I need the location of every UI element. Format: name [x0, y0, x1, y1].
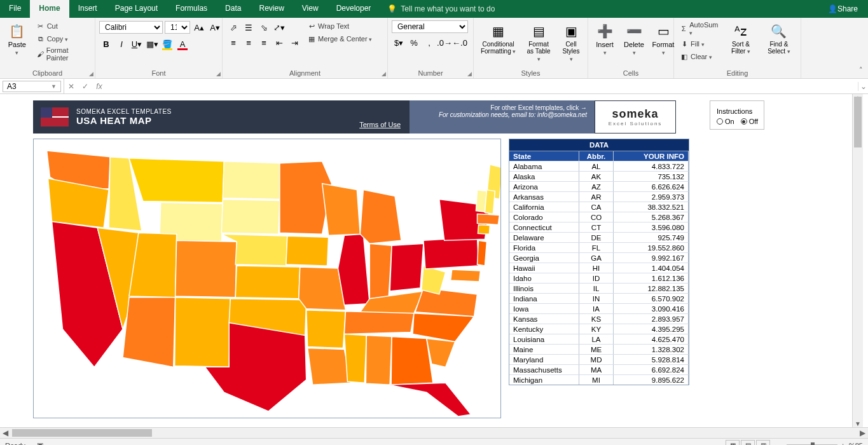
tell-me-search[interactable]: 💡 Tell me what you want to do	[380, 0, 502, 18]
cell-state[interactable]: Massachusetts	[509, 365, 579, 374]
cell-abbr[interactable]: LA	[579, 334, 614, 344]
clear-button[interactable]: ◧Clear	[678, 51, 720, 62]
tab-review[interactable]: Review	[250, 0, 293, 18]
cell-state[interactable]: Delaware	[509, 233, 579, 242]
table-row[interactable]: KansasKS2.893.957	[509, 313, 689, 324]
cell-abbr[interactable]: MA	[579, 365, 614, 374]
decrease-font-icon[interactable]: A▾	[208, 20, 222, 34]
table-row[interactable]: MichiganMI9.895.622	[509, 374, 689, 385]
cell-info[interactable]: 2.893.957	[614, 314, 689, 324]
cell-state[interactable]: Alaska	[509, 172, 579, 181]
cell-abbr[interactable]: IN	[579, 294, 614, 303]
align-top-icon[interactable]: ⬀	[226, 20, 240, 34]
italic-icon[interactable]: I	[114, 37, 128, 51]
cell-state[interactable]: Colorado	[509, 212, 579, 222]
cell-abbr[interactable]: KS	[579, 314, 614, 324]
cell-info[interactable]: 38.332.521	[614, 202, 689, 212]
cell-info[interactable]: 6.570.902	[614, 294, 689, 303]
header-abbr[interactable]: Abbr.	[579, 151, 614, 161]
tab-data[interactable]: Data	[216, 0, 250, 18]
table-row[interactable]: ArkansasAR2.959.373	[509, 191, 689, 202]
decrease-decimal-icon[interactable]: ←.0	[453, 36, 467, 50]
zoom-in-icon[interactable]: +	[841, 442, 845, 446]
table-row[interactable]: DelawareDE925.749	[509, 232, 689, 242]
conditional-formatting-button[interactable]: ▦Conditional Formatting	[478, 20, 519, 57]
cell-abbr[interactable]: CO	[579, 212, 614, 222]
header-state[interactable]: State	[509, 151, 579, 161]
format-painter-button[interactable]: 🖌Format Painter	[34, 46, 91, 62]
table-row[interactable]: MassachusettsMA6.692.824	[509, 364, 689, 374]
page-break-view-icon[interactable]: ▥	[756, 440, 770, 446]
cell-state[interactable]: Arkansas	[509, 192, 579, 202]
cell-abbr[interactable]: IL	[579, 284, 614, 293]
scroll-thumb[interactable]	[854, 97, 862, 147]
cell-state[interactable]: Louisiana	[509, 334, 579, 344]
cell-abbr[interactable]: FL	[579, 243, 614, 252]
table-row[interactable]: ColoradoCO5.268.367	[509, 212, 689, 222]
cell-abbr[interactable]: IA	[579, 304, 614, 313]
table-row[interactable]: IdahoID1.612.136	[509, 273, 689, 283]
formula-input[interactable]	[106, 81, 858, 92]
table-row[interactable]: GeorgiaGA9.992.167	[509, 252, 689, 263]
find-select-button[interactable]: 🔍Find & Select	[761, 20, 797, 57]
table-row[interactable]: AlaskaAK735.132	[509, 171, 689, 181]
percent-icon[interactable]: %	[407, 36, 421, 50]
normal-view-icon[interactable]: ▦	[726, 440, 740, 446]
cell-info[interactable]: 6.626.624	[614, 182, 689, 191]
cell-info[interactable]: 9.992.167	[614, 253, 689, 263]
zoom-level[interactable]: %85	[849, 442, 863, 446]
dialog-launcher-icon[interactable]: ◢	[216, 71, 221, 77]
cell-styles-button[interactable]: ▣Cell Styles	[558, 20, 584, 64]
table-row[interactable]: IllinoisIL12.882.135	[509, 283, 689, 293]
align-center-icon[interactable]: ≡	[242, 36, 256, 50]
align-bottom-icon[interactable]: ⬂	[257, 20, 271, 34]
cell-state[interactable]: Maryland	[509, 355, 579, 364]
cell-state[interactable]: Illinois	[509, 284, 579, 293]
bold-icon[interactable]: B	[99, 37, 113, 51]
instructions-off-radio[interactable]: Off	[741, 118, 758, 125]
cell-abbr[interactable]: ID	[579, 273, 614, 283]
cell-state[interactable]: Florida	[509, 243, 579, 252]
table-row[interactable]: MarylandMD5.928.814	[509, 354, 689, 364]
tab-formulas[interactable]: Formulas	[167, 0, 216, 18]
merge-center-button[interactable]: ▦Merge & Center	[305, 33, 373, 44]
cell-abbr[interactable]: DE	[579, 233, 614, 242]
table-row[interactable]: MaineME1.328.302	[509, 344, 689, 354]
cell-abbr[interactable]: AK	[579, 172, 614, 181]
cell-info[interactable]: 735.132	[614, 172, 689, 181]
table-row[interactable]: FloridaFL19.552.860	[509, 242, 689, 252]
autosum-button[interactable]: ΣAutoSum	[678, 20, 720, 37]
share-button[interactable]: 👤 Share	[818, 0, 868, 18]
cell-info[interactable]: 6.692.824	[614, 365, 689, 374]
format-as-table-button[interactable]: ▤Format as Table	[523, 20, 555, 64]
cell-state[interactable]: Kansas	[509, 314, 579, 324]
cell-info[interactable]: 925.749	[614, 233, 689, 242]
increase-font-icon[interactable]: A▴	[192, 20, 206, 34]
cell-abbr[interactable]: ME	[579, 345, 614, 354]
cell-info[interactable]: 2.959.373	[614, 192, 689, 202]
font-size-select[interactable]: 11	[165, 21, 190, 34]
cell-info[interactable]: 5.928.814	[614, 355, 689, 364]
cell-info[interactable]: 4.395.295	[614, 324, 689, 334]
paste-button[interactable]: 📋 Paste	[4, 20, 31, 57]
copy-button[interactable]: ⧉Copy	[34, 33, 91, 44]
scroll-right-icon[interactable]: ▶	[857, 428, 868, 437]
tab-view[interactable]: View	[293, 0, 327, 18]
dialog-launcher-icon[interactable]: ◢	[89, 71, 93, 77]
cell-state[interactable]: Connecticut	[509, 222, 579, 232]
table-row[interactable]: HawaiiHI1.404.054	[509, 263, 689, 273]
instructions-on-radio[interactable]: On	[717, 118, 734, 125]
insert-cells-button[interactable]: ➕Insert	[592, 20, 617, 57]
macro-record-icon[interactable]: ▣	[37, 441, 43, 445]
cell-abbr[interactable]: AL	[579, 161, 614, 171]
table-row[interactable]: AlabamaAL4.833.722	[509, 161, 689, 171]
cell-info[interactable]: 4.625.470	[614, 334, 689, 344]
cell-state[interactable]: Arizona	[509, 182, 579, 191]
cell-info[interactable]: 1.328.302	[614, 345, 689, 354]
cut-button[interactable]: ✂Cut	[34, 20, 91, 32]
cell-abbr[interactable]: KY	[579, 324, 614, 334]
cell-info[interactable]: 1.404.054	[614, 263, 689, 273]
fx-icon[interactable]: fx	[92, 79, 106, 93]
align-middle-icon[interactable]: ☰	[242, 20, 256, 34]
expand-formula-icon[interactable]: ⌄	[858, 82, 868, 91]
